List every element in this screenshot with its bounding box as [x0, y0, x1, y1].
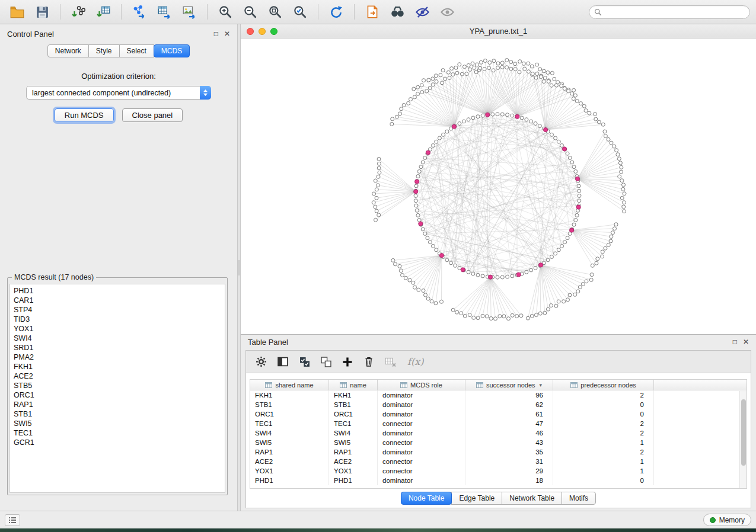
export-network-button[interactable] [128, 2, 151, 21]
run-mcds-button[interactable]: Run MCDS [55, 108, 114, 122]
column-header-successor-nodes[interactable]: successor nodes ▾ [465, 380, 553, 390]
main-toolbar [0, 0, 756, 24]
table-row[interactable]: TEC1TEC1connector472 [250, 419, 747, 428]
table-settings-button[interactable] [256, 356, 267, 367]
mcds-result-item[interactable]: TEC1 [14, 428, 225, 438]
tab-network[interactable]: Network [47, 44, 89, 57]
zoom-out-button[interactable] [239, 2, 261, 21]
refresh-icon [328, 4, 344, 20]
right-pane: YPA_prune.txt_1 Table Panel □ ✕ [241, 24, 756, 511]
table-row[interactable]: FKH1FKH1dominator962 [250, 390, 747, 400]
table-cell: 31 [465, 457, 553, 466]
optimization-criterion-select[interactable]: largest connected component (undirected) [26, 86, 211, 100]
select-all-rows-button[interactable] [299, 357, 310, 367]
column-type-icon [476, 382, 483, 388]
table-row[interactable]: RAP1RAP1dominator352 [250, 447, 747, 457]
mcds-result-item[interactable]: PHD1 [14, 286, 225, 296]
table-panel-body: f(x) shared name name [245, 350, 751, 508]
node-table-body: FKH1FKH1dominator962STB1STB1dominator620… [250, 390, 747, 485]
window-maximize-button[interactable] [270, 28, 277, 35]
table-row[interactable]: SWI5SWI5connector431 [250, 438, 747, 447]
toolbar-separator [207, 4, 208, 20]
mcds-result-item[interactable]: ORC1 [14, 390, 225, 400]
apply-layout-button[interactable] [325, 2, 347, 21]
window-minimize-button[interactable] [259, 28, 266, 35]
mcds-result-item[interactable]: SWI5 [14, 419, 225, 428]
tab-motifs[interactable]: Motifs [562, 492, 596, 505]
table-row[interactable]: PHD1PHD1dominator180 [250, 476, 747, 485]
tab-edge-table[interactable]: Edge Table [451, 492, 502, 505]
open-file-button[interactable] [6, 2, 28, 21]
column-selector-button[interactable] [277, 357, 289, 367]
preview-button[interactable] [436, 2, 458, 21]
function-builder-button[interactable]: f(x) [407, 356, 423, 367]
mcds-result-item[interactable]: SRD1 [14, 343, 225, 352]
mcds-result-item[interactable]: SWI4 [14, 334, 225, 343]
tab-style[interactable]: Style [88, 44, 120, 57]
mcds-result-item[interactable]: CAR1 [14, 296, 225, 305]
mcds-result-group: MCDS result (17 nodes) PHD1CAR1STP4TID3Y… [7, 273, 228, 495]
export-table-button[interactable] [153, 2, 176, 21]
table-row[interactable]: SWI4SWI4dominator462 [250, 428, 747, 438]
close-panel-button[interactable]: Close panel [122, 108, 183, 122]
delete-row-button[interactable] [363, 356, 374, 367]
mcds-result-item[interactable]: FKH1 [14, 362, 225, 371]
zoom-fit-button[interactable] [264, 2, 286, 21]
network-window: YPA_prune.txt_1 [241, 24, 756, 335]
clear-selection-button[interactable] [321, 357, 331, 367]
table-scrollbar[interactable] [739, 391, 747, 488]
import-network-button[interactable] [67, 2, 90, 21]
toolbar-separator [318, 4, 318, 20]
column-header-name[interactable]: name [329, 380, 378, 390]
scrollbar-thumb[interactable] [741, 399, 746, 466]
show-hide-graphics-button[interactable] [411, 2, 433, 21]
import-table-button[interactable] [92, 2, 114, 21]
search-box[interactable] [589, 5, 750, 19]
control-panel-close-icon[interactable]: ✕ [224, 30, 230, 37]
table-cell: STB1 [329, 400, 378, 409]
export-image-button[interactable] [178, 2, 200, 21]
mcds-result-item[interactable]: PMA2 [14, 352, 225, 362]
search-input[interactable] [605, 7, 745, 17]
mcds-result-item[interactable]: STB1 [14, 409, 225, 419]
window-close-button[interactable] [247, 28, 254, 35]
tab-node-table[interactable]: Node Table [401, 492, 452, 505]
table-panel-float-icon[interactable]: □ [733, 338, 737, 345]
tab-network-table[interactable]: Network Table [502, 492, 562, 505]
export-document-button[interactable] [361, 2, 384, 21]
table-row[interactable]: YOX1YOX1connector291 [250, 466, 747, 476]
mcds-result-item[interactable]: TID3 [14, 315, 225, 324]
mcds-result-item[interactable]: STP4 [14, 305, 225, 315]
control-panel-float-icon[interactable]: □ [214, 30, 218, 37]
table-row[interactable]: STB1STB1dominator620 [250, 400, 747, 409]
network-canvas[interactable] [241, 39, 756, 334]
zoom-in-button[interactable] [214, 2, 237, 21]
save-session-button[interactable] [31, 2, 53, 21]
column-header-mcds-role[interactable]: MCDS role [378, 380, 465, 390]
mcds-result-item[interactable]: RAP1 [14, 400, 225, 409]
table-cell: YOX1 [250, 466, 329, 476]
table-cell: 2 [553, 390, 654, 400]
table-row[interactable]: ORC1ORC1dominator610 [250, 409, 747, 419]
column-header-filler [654, 380, 747, 390]
main-area: Control Panel □ ✕ Network Style Select M… [0, 24, 756, 511]
share-document-icon [365, 4, 380, 20]
table-row[interactable]: ACE2ACE2connector311 [250, 457, 747, 466]
table-cell: dominator [378, 428, 465, 438]
mcds-result-item[interactable]: YOX1 [14, 324, 225, 334]
mcds-result-item[interactable]: ACE2 [14, 371, 225, 381]
column-header-shared-name[interactable]: shared name [250, 380, 329, 390]
add-row-button[interactable] [342, 357, 353, 367]
table-cell: SWI4 [250, 428, 329, 438]
tab-mcds[interactable]: MCDS [154, 44, 190, 57]
mcds-result-item[interactable]: STB5 [14, 381, 225, 390]
mcds-result-item[interactable]: GCR1 [14, 438, 225, 447]
table-panel-close-icon[interactable]: ✕ [743, 338, 749, 345]
panel-menu-button[interactable] [5, 514, 20, 526]
zoom-selected-button[interactable] [289, 2, 311, 21]
column-header-predecessor-nodes[interactable]: predecessor nodes [553, 380, 654, 390]
memory-button[interactable]: Memory [703, 514, 751, 526]
tab-select[interactable]: Select [119, 44, 154, 57]
search-network-button[interactable] [386, 2, 409, 21]
delete-table-button[interactable] [385, 357, 397, 367]
